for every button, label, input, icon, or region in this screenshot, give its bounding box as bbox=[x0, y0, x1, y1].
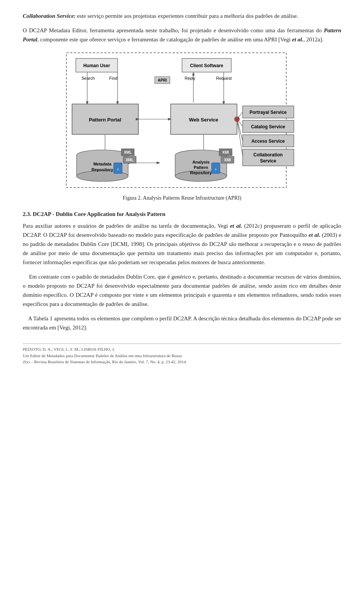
paragraph-1-text: este serviço permite aos projetistas exp… bbox=[77, 13, 298, 19]
xmi2-label: XMI bbox=[224, 158, 231, 162]
footer: PEIXOTO, D. A.; VEGI, L. F. M.; LISBOA-F… bbox=[23, 343, 341, 365]
footer-line1: PEIXOTO, D. A.; VEGI, L. F. M.; LISBOA-F… bbox=[23, 346, 341, 353]
pattern-portal-label: Pattern Portal bbox=[89, 117, 121, 123]
paragraph-1: Collaboration Service: este serviço perm… bbox=[23, 11, 341, 20]
footer-line2: Um Editor de Metadados para Documentar P… bbox=[23, 353, 341, 359]
analysis-pattern-repo-label2: Pattern bbox=[194, 165, 208, 170]
paragraph-2-text: O DC2AP Metadata Editor, ferramenta apre… bbox=[23, 27, 341, 43]
metadata-repo-label: Metadata bbox=[93, 162, 112, 166]
figure-caption: Figura 2. Analysis Patterns Reuse Infras… bbox=[123, 195, 242, 201]
search-label: Search bbox=[82, 76, 95, 80]
find-label: Find bbox=[109, 76, 117, 80]
catalog-service-label: Catalog Service bbox=[251, 124, 285, 129]
diagram-container: Human User Client Software Search Find A… bbox=[23, 51, 341, 208]
metadata-repo-label2: Repository bbox=[91, 167, 113, 172]
section-number: 2.3. bbox=[23, 211, 31, 217]
xml1-label: XML bbox=[124, 150, 132, 154]
portrayal-service-label: Portrayal Service bbox=[249, 110, 287, 115]
reply-label: Reply bbox=[185, 76, 196, 80]
xml2-label: XML bbox=[126, 158, 133, 162]
apri-label: APRI bbox=[158, 78, 167, 82]
collaboration-service-label: Collaboration bbox=[253, 152, 282, 158]
paragraph-2: O DC2AP Metadata Editor, ferramenta apre… bbox=[23, 26, 341, 44]
svg-line-36 bbox=[237, 112, 243, 119]
footer-line3: iSys – Revista Brasileira de Sistemas de… bbox=[23, 359, 341, 365]
doc-icon-analysis: ≡ bbox=[215, 168, 217, 171]
apri-diagram: Human User Client Software Search Find A… bbox=[64, 51, 300, 191]
paragraph-5: A Tabela 1 apresenta todos os elementos … bbox=[23, 314, 341, 332]
client-software-label: Client Software bbox=[190, 63, 223, 68]
paragraph-3: Para auxiliar autores e usuários de padr… bbox=[23, 221, 341, 267]
paragraph-4: Em contraste com o padrão de metadados D… bbox=[23, 272, 341, 309]
human-user-label: Human User bbox=[83, 63, 110, 68]
analysis-pattern-repo-label: Analysis bbox=[192, 160, 209, 164]
section-title: 2.3. DC2AP - Dublin Core Application for… bbox=[23, 211, 341, 217]
section-name: DC2AP - Dublin Core Application for Anal… bbox=[33, 211, 165, 217]
collaboration-service-term: Collaboration Service: bbox=[23, 13, 76, 19]
xmi1-label: XMI bbox=[222, 150, 229, 154]
collaboration-service-label2: Service bbox=[260, 158, 276, 164]
diagram-svg: Human User Client Software Search Find A… bbox=[64, 51, 300, 193]
analysis-pattern-repo-label3: Repository bbox=[190, 170, 212, 175]
access-service-label: Access Service bbox=[251, 139, 285, 144]
web-service-label: Web Service bbox=[189, 117, 218, 123]
doc-icon-meta: ≡ bbox=[117, 168, 119, 171]
